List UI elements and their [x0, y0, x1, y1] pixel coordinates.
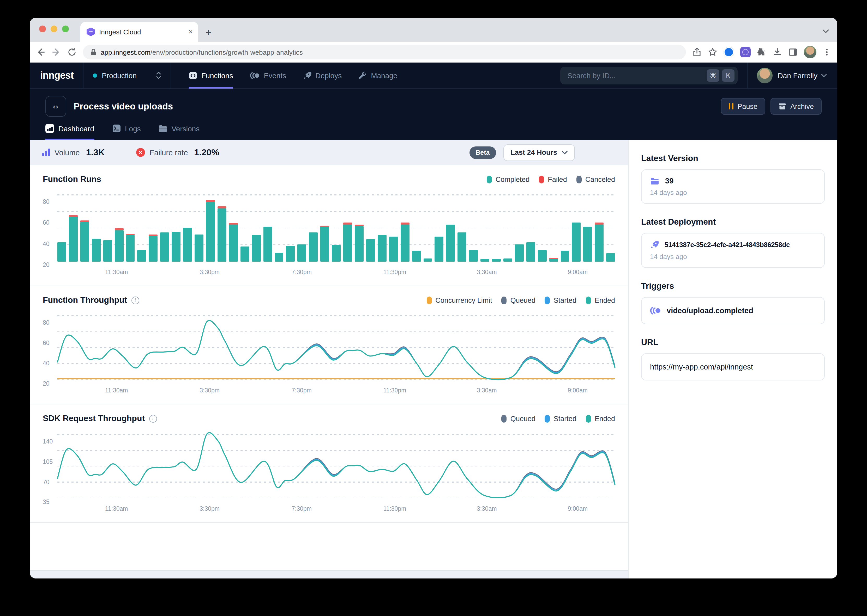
time-range-dropdown[interactable]: Last 24 Hours: [503, 144, 575, 161]
run-bar[interactable]: [492, 191, 501, 262]
browser-toolbar: app.inngest.com/env/production/functions…: [30, 42, 837, 63]
run-bar[interactable]: [263, 191, 272, 262]
pause-button[interactable]: Pause: [721, 98, 765, 115]
browser-profile-avatar[interactable]: [804, 46, 817, 58]
run-bar[interactable]: [183, 191, 192, 262]
run-bar[interactable]: [527, 191, 535, 262]
nav-tab-functions[interactable]: Functions: [189, 62, 233, 88]
run-bar[interactable]: [115, 191, 123, 262]
browser-tab[interactable]: Inngest Cloud ✕: [80, 22, 198, 42]
run-bar[interactable]: [481, 191, 489, 262]
reload-icon[interactable]: [67, 47, 77, 57]
nav-tab-events[interactable]: Events: [250, 62, 286, 88]
tab-search-chevron-icon[interactable]: [823, 26, 829, 35]
bookmark-star-icon[interactable]: [708, 47, 717, 57]
x-axis-label: 11:30pm: [383, 506, 407, 512]
run-bar[interactable]: [549, 191, 558, 262]
run-bar[interactable]: [206, 191, 215, 262]
run-bar[interactable]: [400, 191, 409, 262]
run-bar[interactable]: [458, 191, 467, 262]
run-bar[interactable]: [137, 191, 146, 262]
run-bar[interactable]: [343, 191, 352, 262]
run-bar[interactable]: [218, 191, 226, 262]
run-bar[interactable]: [423, 191, 432, 262]
run-bar[interactable]: [572, 191, 581, 262]
run-bar[interactable]: [389, 191, 398, 262]
run-bar[interactable]: [595, 191, 604, 262]
run-bar[interactable]: [241, 191, 249, 262]
tab-logs[interactable]: Logs: [112, 124, 141, 140]
run-bar[interactable]: [378, 191, 386, 262]
run-bar[interactable]: [366, 191, 375, 262]
extensions-puzzle-icon[interactable]: [757, 47, 766, 57]
close-window-button[interactable]: [39, 25, 46, 32]
dashboard-icon: [46, 124, 54, 133]
user-avatar[interactable]: [757, 68, 772, 83]
run-bar[interactable]: [252, 191, 260, 262]
run-bar[interactable]: [161, 191, 169, 262]
run-bar[interactable]: [126, 191, 135, 262]
run-bar[interactable]: [92, 191, 101, 262]
user-menu-chevron-icon[interactable]: [821, 73, 827, 77]
url-card[interactable]: https://my-app.com/api/inngest: [641, 354, 825, 380]
run-bar[interactable]: [469, 191, 478, 262]
latest-deployment-card[interactable]: 5141387e-35c2-4efe-a421-4843b86258dc 14 …: [641, 233, 825, 268]
environment-picker[interactable]: Production: [93, 71, 161, 80]
info-icon[interactable]: i: [131, 296, 139, 304]
environment-status-dot: [93, 73, 97, 77]
run-bar[interactable]: [195, 191, 203, 262]
tab-versions[interactable]: Versions: [159, 124, 200, 140]
new-tab-button[interactable]: +: [205, 28, 211, 38]
series-line-queued: [57, 321, 615, 380]
run-bar[interactable]: [298, 191, 306, 262]
run-bar[interactable]: [103, 191, 112, 262]
y-axis-tick: 80: [43, 198, 50, 205]
macos-window-controls[interactable]: [39, 25, 69, 32]
run-bar[interactable]: [332, 191, 340, 262]
tab-close-icon[interactable]: ✕: [188, 29, 193, 35]
run-bar[interactable]: [275, 191, 284, 262]
run-bar[interactable]: [503, 191, 512, 262]
run-bar[interactable]: [607, 191, 615, 262]
run-bar[interactable]: [80, 191, 89, 262]
zoom-window-button[interactable]: [62, 25, 69, 32]
run-bar[interactable]: [229, 191, 238, 262]
nav-tab-manage[interactable]: Manage: [358, 62, 397, 88]
minimize-window-button[interactable]: [50, 25, 57, 32]
y-axis-tick: 35: [43, 499, 50, 505]
run-bar[interactable]: [583, 191, 592, 262]
downloads-icon[interactable]: [772, 47, 782, 57]
run-bar[interactable]: [355, 191, 364, 262]
nav-tab-deploys[interactable]: Deploys: [303, 62, 342, 88]
run-bar[interactable]: [538, 191, 547, 262]
inngest-logo[interactable]: inngest: [40, 69, 74, 81]
run-bar[interactable]: [149, 191, 158, 262]
info-icon[interactable]: i: [149, 415, 157, 423]
trigger-card[interactable]: video/upload.completed: [641, 297, 825, 324]
purple-extension-icon[interactable]: [740, 47, 751, 57]
run-bar[interactable]: [57, 191, 66, 262]
run-bar[interactable]: [286, 191, 295, 262]
run-bar[interactable]: [561, 191, 569, 262]
search-input[interactable]: Search by ID... ⌘ K: [560, 66, 738, 84]
run-bar[interactable]: [69, 191, 78, 262]
function-url: https://my-app.com/api/inngest: [650, 363, 753, 371]
run-bar[interactable]: [172, 191, 180, 262]
side-panel-icon[interactable]: [788, 47, 798, 57]
latest-version-card[interactable]: 39 14 days ago: [641, 170, 825, 204]
share-icon[interactable]: [692, 47, 701, 57]
browser-menu-kebab-icon[interactable]: [823, 48, 831, 56]
run-bar[interactable]: [515, 191, 524, 262]
url-bar[interactable]: app.inngest.com/env/production/functions…: [83, 45, 686, 60]
run-bar[interactable]: [309, 191, 318, 262]
run-bar[interactable]: [320, 191, 329, 262]
back-icon[interactable]: [36, 47, 46, 57]
archive-button[interactable]: Archive: [771, 98, 821, 115]
legend-item: Failed: [539, 175, 567, 183]
forward-icon[interactable]: [52, 47, 61, 57]
password-extension-icon[interactable]: [724, 47, 734, 57]
tab-dashboard[interactable]: Dashboard: [46, 124, 94, 140]
run-bar[interactable]: [412, 191, 421, 262]
run-bar[interactable]: [446, 191, 455, 262]
run-bar[interactable]: [435, 191, 444, 262]
